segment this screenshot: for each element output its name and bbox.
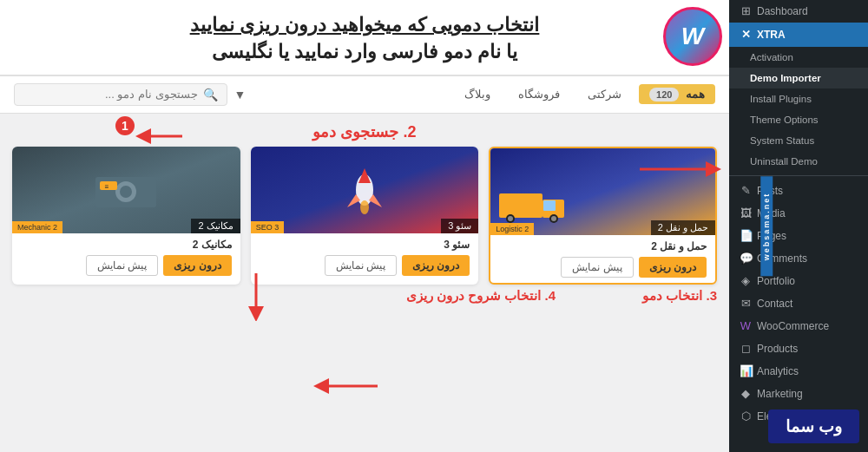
main-wrapper: websama.net ⊞ Dashboard ✕ XTRA Activatio… bbox=[0, 0, 868, 452]
truck-graphic bbox=[495, 180, 573, 228]
btn-preview-logistics[interactable]: پیش نمایش bbox=[561, 257, 633, 278]
sidebar-item-theme-options[interactable]: Theme Options bbox=[729, 109, 868, 130]
elementor-icon: ⬡ bbox=[740, 410, 752, 423]
sidebar-item-analytics[interactable]: 📊 Analytics bbox=[729, 360, 868, 383]
btn-preview-mechanic[interactable]: پیش نمایش bbox=[86, 255, 158, 276]
sidebar-item-media[interactable]: 🖼 Media bbox=[729, 202, 868, 225]
btn-preview-seo[interactable]: پیش نمایش bbox=[325, 255, 397, 276]
dashboard-icon: ⊞ bbox=[740, 5, 752, 17]
demo-card-mechanic: ≡ مکانیک 2 Mechanic 2 مکانیک 2 bbox=[12, 147, 240, 285]
contact-icon: ✉ bbox=[740, 298, 752, 310]
comments-icon: 💬 bbox=[740, 252, 752, 265]
card-fa-label-logistics: حمل و نقل 2 bbox=[651, 220, 715, 235]
card-title-seo: سئو 3 bbox=[260, 239, 470, 251]
svg-point-14 bbox=[120, 186, 132, 198]
sidebar-item-comments[interactable]: 💬 Comments bbox=[729, 247, 868, 270]
card-buttons-logistics: درون ریزی پیش نمایش bbox=[499, 257, 707, 278]
step4-label: 4. انتخاب شروح درون ریزی bbox=[406, 288, 556, 304]
filter-icon[interactable]: ▼ bbox=[234, 88, 247, 102]
demo-card-seo: سئو 3 SEO 3 سئو 3 درون ریزی پیش نمایش bbox=[251, 147, 479, 285]
btn-install-logistics[interactable]: درون ریزی bbox=[639, 257, 707, 278]
btn-install-seo[interactable]: درون ریزی bbox=[402, 255, 470, 276]
card-thumb-mechanic: ≡ مکانیک 2 Mechanic 2 bbox=[12, 147, 240, 233]
tab-all[interactable]: همه 120 bbox=[639, 84, 715, 104]
card-info-seo: سئو 3 درون ریزی پیش نمایش bbox=[251, 233, 479, 281]
svg-rect-0 bbox=[499, 193, 542, 218]
demo-grid: حمل و نقل 2 Logistic 2 حمل و نقل 2 درون … bbox=[12, 147, 717, 285]
top-banner: W انتخاب دمویی که میخواهید درون ریزی نما… bbox=[0, 0, 729, 76]
svg-point-11 bbox=[360, 200, 369, 214]
woo-icon: W bbox=[740, 320, 752, 332]
thumb-bg-logistics: حمل و نقل 2 Logistic 2 bbox=[490, 148, 715, 235]
sidebar-divider-1 bbox=[729, 175, 868, 176]
demo-card-logistics: حمل و نقل 2 Logistic 2 حمل و نقل 2 درون … bbox=[489, 147, 717, 285]
thumb-bg-seo: سئو 3 SEO 3 bbox=[251, 147, 479, 233]
search-input[interactable] bbox=[23, 88, 198, 101]
sidebar-item-portfolio[interactable]: ◈ Portfolio bbox=[729, 270, 868, 292]
instruction-line1: انتخاب دمویی که میخواهید درون ریزی نمایی… bbox=[17, 12, 712, 39]
card-fa-label-seo: سئو 3 bbox=[441, 219, 478, 233]
logo-circle: W bbox=[663, 7, 722, 66]
sidebar-item-posts[interactable]: ✎ Posts bbox=[729, 180, 868, 202]
sidebar-item-contact[interactable]: ✉ Contact bbox=[729, 292, 868, 315]
demo-grid-area: 2. جستجوی دمو bbox=[0, 114, 729, 452]
sidebar-item-dashboard[interactable]: ⊞ Dashboard bbox=[729, 0, 868, 23]
card-title-logistics: حمل و نقل 2 bbox=[499, 240, 707, 252]
media-icon: 🖼 bbox=[740, 207, 752, 219]
card-thumb-seo: سئو 3 SEO 3 bbox=[251, 147, 479, 233]
card-en-label-seo: SEO 3 bbox=[251, 221, 285, 233]
search-icon: 🔍 bbox=[203, 88, 218, 102]
tab-shop[interactable]: فروشگاه bbox=[508, 84, 570, 104]
btn-install-mechanic[interactable]: درون ریزی bbox=[163, 255, 231, 276]
sidebar-item-uninstall-demo[interactable]: Uninstall Demo bbox=[729, 151, 868, 172]
sidebar-item-activation[interactable]: Activation bbox=[729, 47, 868, 68]
thumb-bg-mechanic: ≡ مکانیک 2 Mechanic 2 bbox=[12, 147, 240, 233]
search-bar: 🔍 bbox=[14, 83, 227, 106]
xtra-icon: ✕ bbox=[740, 29, 752, 41]
card-info-mechanic: مکانیک 2 درون ریزی پیش نمایش bbox=[12, 233, 240, 281]
sidebar-item-demo-importer[interactable]: Demo Importer bbox=[729, 68, 868, 88]
instruction-line2: یا نام دمو فارسی وارد نمایید یا نگلیسی bbox=[17, 39, 712, 66]
svg-text:≡: ≡ bbox=[105, 183, 109, 191]
svg-rect-2 bbox=[543, 200, 556, 211]
sidebar-item-marketing[interactable]: ◆ Marketing bbox=[729, 383, 868, 405]
sidebar-item-xtra[interactable]: ✕ XTRA bbox=[729, 23, 868, 47]
tab-blog[interactable]: وبلاگ bbox=[454, 84, 501, 104]
card-buttons-mechanic: درون ریزی پیش نمایش bbox=[21, 255, 232, 276]
tab-corporate[interactable]: شرکتی bbox=[577, 84, 632, 104]
content-wrapper: W انتخاب دمویی که میخواهید درون ریزی نما… bbox=[0, 0, 729, 452]
sidebar-item-install-plugins[interactable]: Install Plugins bbox=[729, 88, 868, 109]
step2-annotation: 2. جستجوی دمو bbox=[12, 122, 717, 141]
marketing-icon: ◆ bbox=[740, 388, 752, 400]
pages-icon: 📄 bbox=[740, 230, 752, 242]
products-icon: ◻ bbox=[740, 343, 752, 355]
svg-marker-8 bbox=[358, 168, 371, 183]
card-en-label-mechanic: Mechanic 2 bbox=[12, 221, 62, 233]
mechanic-graphic: ≡ bbox=[91, 164, 161, 216]
card-thumb-logistics: حمل و نقل 2 Logistic 2 bbox=[490, 148, 715, 235]
card-en-label-logistics: Logistic 2 bbox=[490, 223, 534, 235]
card-buttons-seo: درون ریزی پیش نمایش bbox=[260, 255, 470, 276]
websama-side-label: websama.net bbox=[760, 176, 773, 276]
sidebar-item-system-status[interactable]: System Status bbox=[729, 130, 868, 151]
card-title-mechanic: مکانیک 2 bbox=[21, 239, 232, 251]
svg-point-4 bbox=[508, 216, 513, 221]
filter-bar: همه 120 شرکتی فروشگاه وبلاگ ▼ 🔍 bbox=[0, 76, 729, 114]
websama-bottom-label: وب سما bbox=[768, 409, 859, 443]
sidebar: websama.net ⊞ Dashboard ✕ XTRA Activatio… bbox=[729, 0, 868, 452]
posts-icon: ✎ bbox=[740, 185, 752, 197]
sidebar-item-woocommerce[interactable]: W WooCommerce bbox=[729, 315, 868, 337]
rocket-graphic bbox=[343, 164, 386, 225]
step3-label: 3. انتخاب دمو bbox=[642, 288, 717, 304]
card-info-logistics: حمل و نقل 2 درون ریزی پیش نمایش bbox=[490, 235, 715, 283]
sidebar-item-pages[interactable]: 📄 Pages bbox=[729, 225, 868, 247]
sidebar-item-products[interactable]: ◻ Products bbox=[729, 337, 868, 360]
card-fa-label-mechanic: مکانیک 2 bbox=[191, 219, 240, 233]
logo-area: W bbox=[663, 7, 722, 66]
analytics-icon: 📊 bbox=[740, 365, 752, 377]
svg-point-6 bbox=[551, 216, 556, 221]
portfolio-icon: ◈ bbox=[740, 275, 752, 287]
all-badge: 120 bbox=[649, 88, 679, 102]
step-annotations: 3. انتخاب دمو 4. انتخاب شروح درون ریزی bbox=[12, 288, 717, 304]
